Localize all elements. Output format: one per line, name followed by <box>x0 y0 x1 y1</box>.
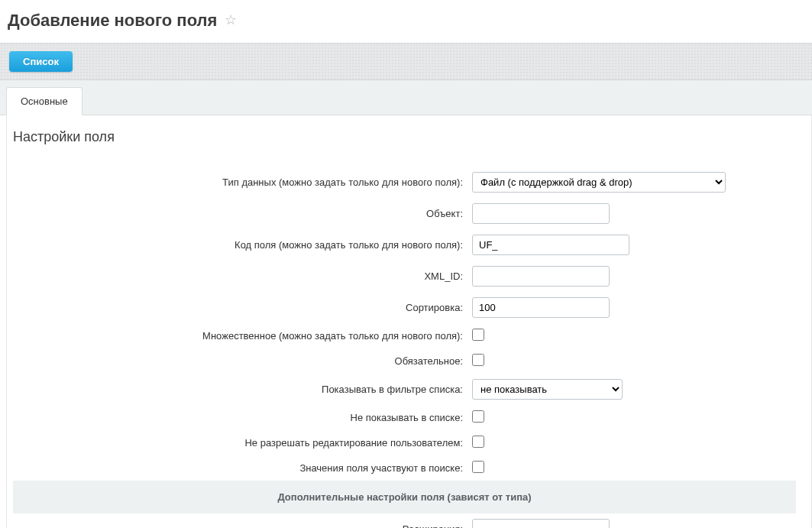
label-searchable: Значения поля участвуют в поиске: <box>13 455 467 481</box>
extensions-input[interactable] <box>472 519 610 528</box>
label-xml-id: XML_ID: <box>13 261 467 292</box>
additional-settings-header: Дополнительные настройки поля (зависят о… <box>13 481 796 513</box>
label-hide-in-list: Не показывать в списке: <box>13 405 467 430</box>
label-required: Обязательное: <box>13 348 467 374</box>
tab-main[interactable]: Основные <box>6 87 82 115</box>
label-show-filter: Показывать в фильтре списка: <box>13 374 467 405</box>
multiple-checkbox[interactable] <box>472 329 484 341</box>
sort-input[interactable] <box>472 297 610 318</box>
label-multiple: Множественное (можно задать только для н… <box>13 323 467 348</box>
label-extensions: Расширения: <box>13 513 467 528</box>
label-object: Объект: <box>13 198 467 229</box>
page-title: Добавление нового поля <box>8 11 217 31</box>
searchable-checkbox[interactable] <box>472 461 484 473</box>
label-no-user-edit: Не разрешать редактирование пользователе… <box>13 430 467 455</box>
settings-form: Тип данных (можно задать только для ново… <box>13 167 796 528</box>
section-title: Настройки поля <box>13 129 796 145</box>
list-button[interactable]: Список <box>9 51 73 72</box>
xml-id-input[interactable] <box>472 266 610 287</box>
toolbar: Список <box>0 43 812 80</box>
field-code-input[interactable] <box>472 235 629 255</box>
favorite-star-icon[interactable]: ☆ <box>225 11 237 28</box>
show-filter-select[interactable]: не показывать <box>472 379 623 400</box>
required-checkbox[interactable] <box>472 354 484 366</box>
data-type-select[interactable]: Файл (с поддержкой drag & drop) <box>472 172 726 193</box>
label-field-code: Код поля (можно задать только для нового… <box>13 229 467 261</box>
form-panel: Настройки поля Тип данных (можно задать … <box>6 115 812 528</box>
hide-in-list-checkbox[interactable] <box>472 410 484 423</box>
tabs-row: Основные <box>0 80 812 115</box>
label-sort: Сортировка: <box>13 292 467 323</box>
object-input[interactable] <box>472 203 610 224</box>
label-data-type: Тип данных (можно задать только для ново… <box>13 167 467 198</box>
no-user-edit-checkbox[interactable] <box>472 436 484 448</box>
